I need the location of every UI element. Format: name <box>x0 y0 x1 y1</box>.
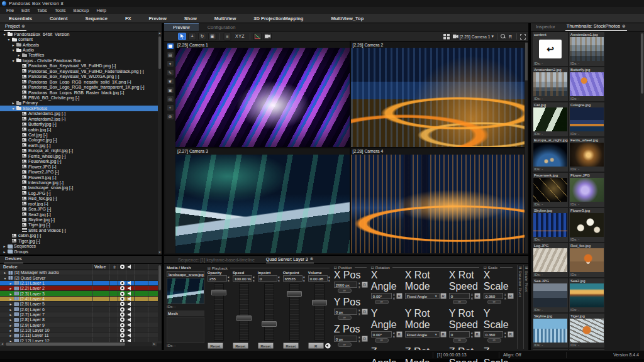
tab-badge-icon[interactable]: ⊗ <box>622 24 626 29</box>
thumbnail-tile[interactable]: Butterfly.jpg IDs: - <box>569 67 604 101</box>
thumbnail-image[interactable] <box>570 213 604 237</box>
link-keyframe-icon[interactable]: ∞ <box>338 315 352 320</box>
tree-item[interactable]: Sea.JPG [-] <box>0 206 158 211</box>
devices-vscrollbar[interactable] <box>158 264 162 341</box>
tab-preview[interactable]: Preview <box>164 23 199 31</box>
tab-badge-icon[interactable]: ⊗ <box>21 24 25 29</box>
reset-button[interactable]: R <box>440 331 447 337</box>
workspace-tab[interactable]: Show <box>175 16 206 21</box>
device-row[interactable]: ▸ [2.11] Layer 11 <box>0 333 162 338</box>
thumbnail-image[interactable] <box>570 143 604 167</box>
thumbnail-image[interactable] <box>533 178 567 202</box>
side-tool-button[interactable]: ⚙ <box>167 113 174 120</box>
tree-item[interactable]: ▾ logos - Christie Pandoras Box <box>0 58 158 63</box>
expand-arrow-icon[interactable]: ▾ <box>3 32 6 36</box>
expand-arrow-icon[interactable]: ▸ <box>3 270 7 275</box>
thumbnail-tile[interactable]: Feuerwerk.jpg IDs: - <box>533 173 568 207</box>
thumbnail-tile[interactable]: Ferris_wheel.jpg IDs: - <box>569 138 604 172</box>
device-row[interactable]: ▸ [2.5] Layer 5 <box>0 302 162 307</box>
fader-value-box[interactable]: 65535 <box>283 275 303 282</box>
collapsed-group[interactable]: ⊞ Scale Pivot <box>523 265 530 349</box>
thumbnail-tile[interactable]: Cat.jpg IDs: - <box>533 102 568 136</box>
reset-button[interactable]: R <box>508 331 514 337</box>
device-row[interactable]: ▸ [2.2] Layer 2 <box>0 286 162 291</box>
tree-item[interactable]: Stills and Videos [-] <box>0 228 158 233</box>
expand-group-icon[interactable]: ⊞ <box>519 265 522 270</box>
reset-button[interactable]: R <box>362 336 368 342</box>
thumbnail-image[interactable] <box>533 283 567 307</box>
workspace-tab[interactable]: MultiView <box>206 16 245 21</box>
tree-item[interactable]: landscape_snow.jpg [-] <box>0 185 158 190</box>
thumbnail-image[interactable] <box>533 143 567 167</box>
tree-item[interactable]: Tiger.jpg [-] <box>0 238 158 243</box>
expand-arrow-icon[interactable]: ▾ <box>11 48 15 52</box>
expand-arrow-icon[interactable]: ▸ <box>3 244 6 248</box>
visibility-toggle-icon[interactable] <box>120 312 125 317</box>
stepper-buttons[interactable]: ▲▼ <box>470 293 474 299</box>
side-tool-button[interactable]: ✎ <box>167 69 174 76</box>
media-thumbnail[interactable] <box>167 278 204 304</box>
tree-item[interactable]: Pandoras_Box_Keyvisual_V8_FullHD.png [-] <box>0 63 158 69</box>
slider-handle[interactable] <box>236 315 252 321</box>
stepper-buttons[interactable]: ▲▼ <box>392 331 396 337</box>
expand-arrow-icon[interactable]: ▾ <box>7 37 11 41</box>
visibility-toggle-icon[interactable] <box>120 307 125 312</box>
stepper-buttons[interactable]: ▲▼ <box>227 275 230 282</box>
stepper-buttons[interactable]: ▲▼ <box>358 309 361 315</box>
thumbnail-image[interactable] <box>570 107 604 131</box>
tree-item[interactable]: ▾ Audio <box>0 47 158 52</box>
tree-item[interactable]: Flower3.jpg [-] <box>0 175 158 180</box>
tree-item[interactable]: Log.JPG [-] <box>0 190 158 195</box>
thumbnail-image[interactable] <box>570 248 604 272</box>
tree-item[interactable]: Pandoras_Box_Keyvisual_V8_WUXGA.png [-] <box>0 74 158 79</box>
tab-configuration[interactable]: Configuration <box>199 23 245 31</box>
menu-item[interactable]: Edit <box>18 8 33 13</box>
link-keyframe-icon[interactable]: ∞ <box>338 288 352 293</box>
thumbnail-tile[interactable]: Red_fox.jpg IDs: - <box>569 243 604 277</box>
camera-image[interactable] <box>175 155 350 254</box>
visibility-toggle-icon[interactable] <box>120 328 125 332</box>
audio-toggle-icon[interactable] <box>128 292 133 296</box>
audio-toggle-icon[interactable] <box>128 302 133 306</box>
field-value-box[interactable]: 0.360 <box>484 331 503 337</box>
thumbnail-tile[interactable]: Flower.JPG IDs: - <box>569 173 604 207</box>
menu-item[interactable]: Tabs <box>33 8 51 13</box>
tree-item[interactable]: Pandoras_Box_Logo_RGB_negativ_transparen… <box>0 84 158 89</box>
expand-arrow-icon[interactable]: ▸ <box>9 281 13 285</box>
search-icon[interactable] <box>501 34 506 39</box>
mesh-box[interactable] <box>167 317 204 343</box>
workspace-tab[interactable]: 3D ProjectionMapping <box>245 16 312 21</box>
scroll-left-icon[interactable]: ◄ <box>0 342 4 346</box>
tab-layer-parameters[interactable]: Quad Server: Layer 3 ⊗ <box>266 256 314 263</box>
audio-toggle-icon[interactable] <box>128 286 133 290</box>
device-row[interactable]: ▸ [2.9] Layer 9 <box>0 322 162 327</box>
tree-item[interactable]: Butterfly.jpg [-] <box>0 121 158 126</box>
workspace-tab[interactable]: MultiView_Top <box>322 16 372 21</box>
expand-arrow-icon[interactable]: ▸ <box>9 323 13 327</box>
expand-arrow-icon[interactable]: ▸ <box>9 297 13 301</box>
reset-button[interactable]: Reset <box>233 343 248 349</box>
project-scrollbar[interactable]: ▲ ▼ <box>158 31 162 255</box>
side-tool-button[interactable]: ▤ <box>167 52 174 58</box>
reset-button[interactable]: Reset <box>208 343 223 349</box>
preview-scrollbar[interactable] <box>525 41 528 253</box>
fader-value-box[interactable]: 255 <box>208 275 227 282</box>
scrollbar-thumb[interactable] <box>6 343 125 346</box>
fader-value-box[interactable]: 0.00 dB <box>308 275 328 282</box>
visibility-toggle-icon[interactable] <box>120 292 125 296</box>
tree-item[interactable]: Sea2.jpg [-] <box>0 212 158 217</box>
thumbnail-tile[interactable]: Sea.JPG IDs: - <box>533 278 568 312</box>
tree-item[interactable]: Feuerwerk.jpg [-] <box>0 159 158 164</box>
fader-slider[interactable] <box>239 283 249 341</box>
move-tool-button[interactable]: + <box>188 33 196 40</box>
fader-slider[interactable] <box>214 283 224 341</box>
tree-item[interactable]: Cat.jpg [-] <box>0 132 158 137</box>
audio-toggle-icon[interactable] <box>128 323 133 327</box>
stepper-buttons[interactable]: ▲▼ <box>252 275 255 282</box>
scrollbar-thumb[interactable] <box>525 43 528 80</box>
link-keyframe-icon[interactable]: ∞ <box>338 343 352 347</box>
workspace-tab[interactable]: Essentials <box>0 16 41 21</box>
reset-button[interactable]: R <box>474 293 480 299</box>
field-value-box[interactable]: 0.00° <box>371 293 392 299</box>
reset-button[interactable]: Reset <box>258 343 274 349</box>
